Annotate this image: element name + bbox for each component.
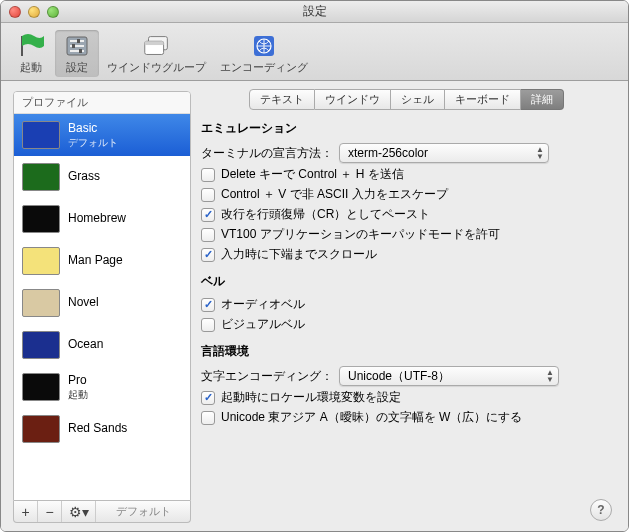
checkbox-label: 入力時に下端までスクロール [221,246,377,263]
profile-list-header: プロファイル [14,92,190,114]
profile-thumbnail [22,247,60,275]
svg-rect-6 [79,49,82,53]
checkbox-label: VT100 アプリケーションのキーパッドモードを許可 [221,226,500,243]
toolbar-label: 起動 [20,60,42,75]
sidebar: プロファイル BasicデフォルトGrassHomebrewMan PageNo… [1,81,191,532]
profile-name: Homebrew [68,211,126,227]
settings-tabs: テキストウインドウシェルキーボード詳細 [201,89,612,110]
toolbar-label: 設定 [66,60,88,75]
tab[interactable]: テキスト [249,89,315,110]
add-profile-button[interactable]: + [14,501,38,522]
svg-rect-5 [72,44,75,48]
profile-thumbnail [22,331,60,359]
profile-row[interactable]: Man Page [14,240,190,282]
windows-icon [141,32,173,60]
help-button[interactable]: ? [590,499,612,521]
tab[interactable]: 詳細 [521,89,564,110]
terminal-decl-value: xterm-256color [348,146,428,160]
profile-thumbnail [22,373,60,401]
toolbar-settings-button[interactable]: 設定 [55,30,99,77]
profile-name: Grass [68,169,100,185]
profile-row[interactable]: Ocean [14,324,190,366]
toolbar-encoding-button[interactable]: エンコーディング [214,30,314,77]
profile-row[interactable]: Novel [14,282,190,324]
encoding-value: Unicode（UTF-8） [348,368,450,385]
encoding-label: 文字エンコーディング： [201,368,333,385]
toolbar: 起動 設定 ウインドウグループ エンコーディング [1,23,628,81]
toolbar-window-groups-button[interactable]: ウインドウグループ [101,30,212,77]
profile-row[interactable]: Homebrew [14,198,190,240]
encoding-select[interactable]: Unicode（UTF-8） ▲▼ [339,366,559,386]
checkbox[interactable] [201,168,215,182]
profile-row[interactable]: Basicデフォルト [14,114,190,156]
globe-icon [248,32,280,60]
remove-profile-button[interactable]: − [38,501,62,522]
profile-name: Ocean [68,337,103,353]
profile-name: Basic [68,121,118,137]
profile-name: Novel [68,295,99,311]
svg-rect-4 [77,39,80,43]
profile-toolbar: + − ⚙︎▾ デフォルト [13,501,191,523]
sliders-icon [61,32,93,60]
checkbox[interactable] [201,298,215,312]
set-default-button[interactable]: デフォルト [96,501,190,522]
toolbar-label: ウインドウグループ [107,60,206,75]
checkbox-label: オーディオベル [221,296,305,313]
terminal-decl-select[interactable]: xterm-256color ▲▼ [339,143,549,163]
tab[interactable]: シェル [391,89,445,110]
profile-thumbnail [22,163,60,191]
checkbox-label: Control ＋ V で非 ASCII 入力をエスケープ [221,186,448,203]
checkbox[interactable] [201,248,215,262]
checkbox-label: Delete キーで Control ＋ H を送信 [221,166,404,183]
terminal-decl-label: ターミナルの宣言方法： [201,145,333,162]
checkbox[interactable] [201,228,215,242]
section-lang-title: 言語環境 [201,343,612,360]
toolbar-label: エンコーディング [220,60,308,75]
titlebar: 設定 [1,1,628,23]
section-bell-title: ベル [201,273,612,290]
profile-thumbnail [22,289,60,317]
profile-subtitle: 起動 [68,388,88,401]
checkbox[interactable] [201,391,215,405]
checkbox[interactable] [201,411,215,425]
profile-subtitle: デフォルト [68,136,118,149]
profile-list: BasicデフォルトGrassHomebrewMan PageNovelOcea… [14,114,190,500]
profile-thumbnail [22,415,60,443]
checkbox-label: 改行を行頭復帰（CR）としてペースト [221,206,430,223]
checkbox[interactable] [201,188,215,202]
tab[interactable]: キーボード [445,89,521,110]
profile-row[interactable]: Grass [14,156,190,198]
profile-row[interactable]: Red Sands [14,408,190,450]
tab[interactable]: ウインドウ [315,89,391,110]
settings-content: テキストウインドウシェルキーボード詳細 エミュレーション ターミナルの宣言方法：… [191,81,628,532]
profile-name: Red Sands [68,421,127,437]
toolbar-startup-button[interactable]: 起動 [9,30,53,77]
profile-thumbnail [22,121,60,149]
checkbox-label: 起動時にロケール環境変数を設定 [221,389,401,406]
checkbox-label: Unicode 東アジア A（曖昧）の文字幅を W（広）にする [221,409,522,426]
window-title: 設定 [1,3,628,20]
checkbox[interactable] [201,318,215,332]
profile-name: Pro [68,373,88,389]
flag-icon [15,32,47,60]
profile-name: Man Page [68,253,123,269]
section-emulation-title: エミュレーション [201,120,612,137]
checkbox-label: ビジュアルベル [221,316,305,333]
profile-thumbnail [22,205,60,233]
profile-row[interactable]: Pro起動 [14,366,190,408]
svg-rect-9 [144,41,163,45]
profile-actions-menu[interactable]: ⚙︎▾ [62,501,96,522]
checkbox[interactable] [201,208,215,222]
